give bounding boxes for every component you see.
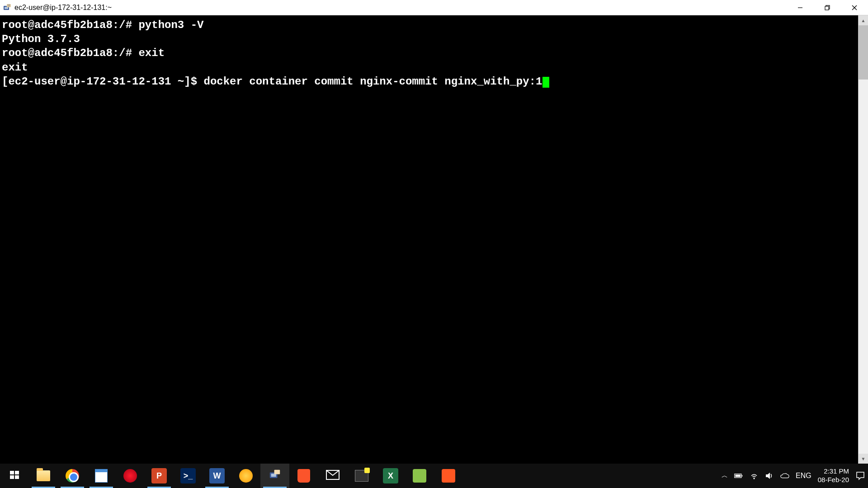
start-button[interactable]: [0, 464, 29, 488]
putty-icon: [269, 469, 281, 483]
powerpoint-icon: P: [151, 468, 167, 483]
volume-icon[interactable]: [765, 471, 774, 480]
green-app-icon: [413, 469, 426, 483]
svg-rect-12: [15, 471, 19, 474]
opera-icon: [123, 469, 137, 483]
taskbar-clock[interactable]: 2:31 PM 08-Feb-20: [818, 467, 849, 484]
titlebar-left: ec2-user@ip-172-31-12-131:~: [0, 3, 112, 12]
taskbar-recorder[interactable]: [434, 464, 463, 488]
terminal-window: root@adc45fb2b1a8:/# python3 -VPython 3.…: [0, 15, 868, 464]
taskbar-right: ︿ ENG 2:31 PM 08-Feb-20: [722, 464, 868, 488]
svg-rect-13: [10, 475, 14, 479]
window-title: ec2-user@ip-172-31-12-131:~: [14, 4, 112, 12]
maximize-button[interactable]: [814, 0, 841, 15]
tray-chevron-up-icon[interactable]: ︿: [722, 472, 728, 480]
svg-point-22: [754, 478, 755, 479]
scroll-up-arrow-icon[interactable]: ▲: [859, 15, 868, 25]
taskbar-opera[interactable]: [116, 464, 145, 488]
battery-icon[interactable]: [734, 471, 743, 480]
word-icon: W: [209, 468, 225, 483]
powershell-icon: >_: [180, 468, 196, 483]
brave-icon: [297, 469, 310, 483]
taskbar-chrome[interactable]: [58, 464, 87, 488]
terminal-scrollbar[interactable]: ▲ ▼: [858, 15, 868, 464]
wifi-icon[interactable]: [750, 471, 759, 480]
terminal-content[interactable]: root@adc45fb2b1a8:/# python3 -VPython 3.…: [0, 15, 858, 464]
scrollbar-thumb[interactable]: [859, 25, 868, 80]
notepadpp-icon: [95, 469, 108, 483]
remote-tool-icon: [355, 470, 368, 482]
terminal-line: root@adc45fb2b1a8:/# python3 -V: [2, 18, 856, 32]
mail-icon: [326, 470, 340, 482]
putty-app-icon: [3, 3, 12, 12]
taskbar: P >_ W: [0, 464, 868, 488]
generic-app-icon: [239, 469, 253, 483]
taskbar-app-generic[interactable]: [231, 464, 260, 488]
taskbar-left: P >_ W: [0, 464, 463, 488]
taskbar-mail[interactable]: [318, 464, 347, 488]
taskbar-powershell[interactable]: >_: [174, 464, 203, 488]
excel-icon: X: [383, 468, 398, 483]
window-controls: [787, 0, 868, 15]
terminal-line: exit: [2, 61, 856, 75]
onedrive-icon[interactable]: [780, 471, 789, 480]
svg-rect-20: [742, 475, 743, 476]
windows-logo-icon: [9, 469, 20, 482]
svg-rect-8: [825, 6, 829, 10]
clock-date: 08-Feb-20: [818, 476, 849, 484]
taskbar-word[interactable]: W: [203, 464, 231, 488]
folder-icon: [37, 470, 50, 481]
window-titlebar: ec2-user@ip-172-31-12-131:~: [0, 0, 868, 15]
svg-rect-21: [736, 475, 741, 477]
terminal-cursor: [542, 77, 549, 88]
clock-time: 2:31 PM: [818, 467, 849, 476]
taskbar-file-explorer[interactable]: [29, 464, 58, 488]
taskbar-putty[interactable]: [260, 464, 289, 488]
svg-marker-23: [766, 473, 770, 479]
language-indicator[interactable]: ENG: [796, 472, 811, 480]
terminal-line: Python 3.7.3: [2, 32, 856, 46]
taskbar-camtasia[interactable]: [405, 464, 434, 488]
svg-rect-11: [10, 471, 14, 474]
svg-rect-17: [274, 470, 280, 474]
action-center-icon[interactable]: [855, 471, 865, 481]
orange-app-icon: [442, 469, 455, 483]
taskbar-excel[interactable]: X: [376, 464, 405, 488]
chrome-icon: [66, 469, 79, 483]
taskbar-remote-tool[interactable]: [347, 464, 376, 488]
taskbar-notepadpp[interactable]: [87, 464, 116, 488]
taskbar-powerpoint[interactable]: P: [145, 464, 174, 488]
terminal-line: root@adc45fb2b1a8:/# exit: [2, 46, 856, 60]
scroll-down-arrow-icon[interactable]: ▼: [859, 454, 868, 464]
close-button[interactable]: [841, 0, 868, 15]
svg-rect-14: [15, 475, 19, 479]
minimize-button[interactable]: [787, 0, 814, 15]
terminal-line: [ec2-user@ip-172-31-12-131 ~]$ docker co…: [2, 75, 856, 89]
taskbar-brave[interactable]: [289, 464, 318, 488]
